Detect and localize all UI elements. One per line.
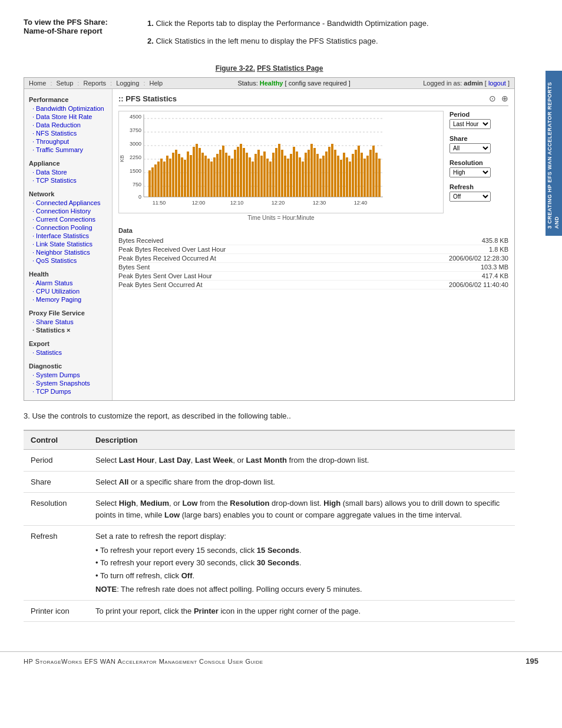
sidebar-item-tcp-dumps[interactable]: · TCP Dumps xyxy=(24,387,112,396)
data-title: Data xyxy=(118,227,508,234)
sidebar-item-interface-statistics[interactable]: · Interface Statistics xyxy=(24,232,112,240)
sidebar-item-system-snapshots[interactable]: · System Snapshots xyxy=(24,379,112,387)
svg-rect-54 xyxy=(260,156,263,197)
sidebar-item-current-connections[interactable]: · Current Connections xyxy=(24,215,112,223)
sidebar-item-system-dumps[interactable]: · System Dumps xyxy=(24,371,112,379)
side-tab: 3 Creating HP EFS WAN Accelerator Report… xyxy=(546,71,562,236)
sidebar-item-tcp-statistics[interactable]: · TCP Statistics xyxy=(24,176,112,185)
sidebar-item-throughput[interactable]: · Throughput xyxy=(24,137,112,146)
nav-setup[interactable]: Setup xyxy=(57,80,74,87)
svg-rect-22 xyxy=(166,156,168,197)
svg-rect-41 xyxy=(222,146,224,197)
svg-rect-65 xyxy=(293,147,295,197)
refresh-select[interactable]: Off 15 Seconds 30 Seconds xyxy=(449,192,491,202)
svg-rect-59 xyxy=(275,148,277,197)
step3: 3. Use the controls to customize the rep… xyxy=(24,411,515,420)
svg-rect-62 xyxy=(284,156,286,197)
sidebar-item-share-status[interactable]: · Share Status xyxy=(24,318,112,326)
sidebar-item-datastore-hitrate[interactable]: · Data Store Hit Rate xyxy=(24,113,112,121)
right-controls: Period Last Hour Last Day Last Week Last… xyxy=(449,111,508,221)
sidebar-item-traffic-summary[interactable]: · Traffic Summary xyxy=(24,146,112,154)
svg-rect-68 xyxy=(302,162,304,197)
svg-rect-75 xyxy=(322,156,325,197)
control-period-cell: Period xyxy=(24,450,88,472)
svg-rect-79 xyxy=(334,150,336,197)
data-key-bytes-received: Bytes Received xyxy=(118,237,163,244)
sidebar-section-diagnostic: Diagnostic xyxy=(24,360,112,371)
resolution-select[interactable]: High Medium Low xyxy=(449,167,491,177)
sidebar-item-export-statistics[interactable]: · Statistics xyxy=(24,348,112,357)
svg-rect-30 xyxy=(190,155,192,197)
svg-rect-81 xyxy=(340,160,342,197)
svg-rect-36 xyxy=(207,159,210,197)
data-section: Data Bytes Received 435.8 KB Peak Bytes … xyxy=(118,227,508,289)
data-val-bytes-received: 435.8 KB xyxy=(482,237,508,244)
table-row-printer: Printer icon To print your report, click… xyxy=(24,600,515,622)
svg-rect-58 xyxy=(272,153,275,197)
logout-link[interactable]: logout xyxy=(488,80,506,87)
svg-rect-23 xyxy=(169,159,171,197)
svg-rect-91 xyxy=(369,150,372,197)
pfs-icon-print[interactable]: ⊙ xyxy=(489,94,496,103)
sidebar-item-memory-paging[interactable]: · Memory Paging xyxy=(24,295,112,304)
sidebar-item-bandwidth[interactable]: · Bandwidth Optimization xyxy=(24,104,112,113)
nav-home[interactable]: Home xyxy=(29,80,46,87)
svg-rect-38 xyxy=(213,157,216,197)
svg-rect-80 xyxy=(337,156,339,197)
login-user: admin xyxy=(464,80,482,87)
share-select[interactable]: All xyxy=(449,143,491,153)
sidebar-item-cpu-utilization[interactable]: · CPU Utilization xyxy=(24,287,112,295)
data-key-bytes-sent: Bytes Sent xyxy=(118,263,150,271)
svg-rect-37 xyxy=(210,162,213,197)
desc-refresh-cell: Set a rate to refresh the report display… xyxy=(88,526,515,601)
data-key-peak-bytes-received: Peak Bytes Received Over Last Hour xyxy=(118,246,226,253)
nav-reports[interactable]: Reports xyxy=(83,80,106,87)
sidebar-item-qos-statistics[interactable]: · QoS Statistics xyxy=(24,256,112,265)
sidebar-item-neighbor-statistics[interactable]: · Neighbor Statistics xyxy=(24,248,112,256)
period-select[interactable]: Last Hour Last Day Last Week Last Month xyxy=(449,119,491,129)
svg-rect-25 xyxy=(175,150,177,197)
data-row-bytes-received: Bytes Received 435.8 KB xyxy=(118,236,508,245)
svg-rect-74 xyxy=(319,159,322,197)
pfs-icon-refresh[interactable]: ⊕ xyxy=(501,94,508,103)
chart-area: 4500 3750 3000 2250 1500 750 0 KB xyxy=(118,111,444,221)
nav-help[interactable]: Help xyxy=(150,80,163,87)
svg-text:4500: 4500 xyxy=(130,114,141,120)
share-label: Share xyxy=(449,135,508,142)
svg-rect-92 xyxy=(372,146,375,197)
sidebar-item-nfs-statistics[interactable]: · NFS Statistics xyxy=(24,129,112,137)
desc-printer-cell: To print your report, click the Printer … xyxy=(88,600,515,622)
sidebar-item-connected-appliances[interactable]: · Connected Appliances xyxy=(24,199,112,207)
sidebar-section-health: Health xyxy=(24,268,112,279)
nav-sep2: : xyxy=(77,80,79,87)
svg-text:12:40: 12:40 xyxy=(354,200,368,206)
login-bracket-close: ] xyxy=(508,80,510,87)
nav-links[interactable]: Home : Setup : Reports : Logging : Help xyxy=(29,80,165,87)
sidebar-item-link-state[interactable]: · Link State Statistics xyxy=(24,240,112,248)
svg-rect-29 xyxy=(187,151,189,197)
svg-rect-17 xyxy=(151,167,154,197)
svg-rect-27 xyxy=(181,157,183,197)
sidebar-item-data-reduction[interactable]: · Data Reduction xyxy=(24,121,112,129)
sidebar-item-data-store[interactable]: · Data Store xyxy=(24,168,112,176)
sidebar-item-alarm-status[interactable]: · Alarm Status xyxy=(24,279,112,287)
svg-rect-50 xyxy=(249,157,251,197)
table-row-share: Share Select All or a specific share fro… xyxy=(24,471,515,493)
sidebar-item-statistics[interactable]: · Statistics × xyxy=(24,326,112,334)
control-resolution: Resolution High Medium Low xyxy=(449,159,508,177)
chart-xlabel: Time Units = Hour:Minute xyxy=(118,215,444,221)
data-row-peak-bytes-sent: Peak Bytes Sent Over Last Hour 417.4 KB xyxy=(118,272,508,281)
main-table: Control Description Period Select Last H… xyxy=(24,430,515,622)
svg-rect-26 xyxy=(178,154,180,197)
svg-rect-73 xyxy=(316,154,319,197)
svg-rect-45 xyxy=(234,150,236,197)
sidebar-item-connection-history[interactable]: · Connection History xyxy=(24,207,112,215)
sidebar-item-connection-pooling[interactable]: · Connection Pooling xyxy=(24,223,112,232)
intro-step1: 1. Click the Reports tab to display the … xyxy=(147,18,515,29)
nav-sep1: : xyxy=(50,80,52,87)
svg-rect-71 xyxy=(310,144,313,197)
screenshot-box: Home : Setup : Reports : Logging : Help … xyxy=(24,77,515,401)
nav-logging[interactable]: Logging xyxy=(116,80,139,87)
svg-rect-31 xyxy=(193,147,195,197)
app-body: Performance · Bandwidth Optimization · D… xyxy=(24,89,514,400)
